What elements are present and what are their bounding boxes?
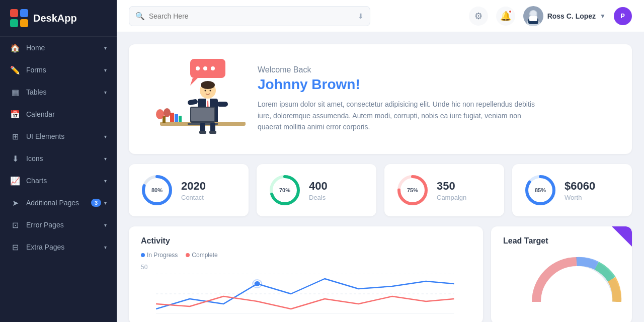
svg-rect-32 [199, 131, 206, 134]
nav-label: Error Pages [26, 221, 64, 229]
donut-worth: 85% [524, 174, 556, 206]
chevron-right-icon: ▾ [104, 245, 107, 250]
search-bar[interactable]: 🔍 ⬇ [129, 6, 370, 26]
lead-target-card: Lead Target [491, 226, 632, 322]
stat-value-campaign: 350 [437, 180, 466, 193]
header: 🔍 ⬇ ⚙ 🔔 [117, 0, 644, 32]
extra-pages-icon: ⊟ [10, 242, 20, 252]
stat-info-deals: 400 Deals [309, 180, 328, 201]
stat-card-deals: 70% 400 Deals [257, 164, 376, 216]
forms-icon: ✏️ [10, 65, 20, 75]
svg-rect-19 [217, 102, 228, 107]
sidebar-item-charts[interactable]: 📈 Charts ▾ [0, 170, 117, 192]
content-area: Welcome Back Johnny Brown! Lorem ipsum d… [117, 32, 644, 322]
nav-item-left: ⊞ UI Elements [10, 131, 64, 141]
sidebar-item-additional-pages[interactable]: ➤ Additional Pages 3 ▾ [0, 192, 117, 214]
stat-info-contact: 2020 Contact [181, 180, 206, 201]
error-pages-icon: ⊡ [10, 220, 20, 230]
donut-label-contact: 80% [151, 187, 163, 193]
svg-rect-18 [187, 99, 198, 105]
chart-legend: In ProgressComplete [141, 252, 471, 259]
sidebar: DeskApp 🏠 Home ▾ ✏️ Forms ▾ ▦ Tables ▾ [0, 0, 117, 322]
svg-rect-33 [209, 131, 216, 134]
svg-point-45 [255, 281, 260, 286]
nav-item-left: ✏️ Forms [10, 65, 46, 75]
notification-button[interactable]: 🔔 [496, 7, 515, 26]
stat-card-campaign: 75% 350 Campaign [384, 164, 504, 216]
sidebar-item-tables[interactable]: ▦ Tables ▾ [0, 81, 117, 103]
sidebar-item-ui-elements[interactable]: ⊞ UI Elements ▾ [0, 125, 117, 147]
pro-badge: P [614, 7, 632, 25]
svg-rect-24 [170, 113, 174, 122]
additional-pages-icon: ➤ [10, 198, 20, 208]
icons-icon: ⬇ [10, 153, 20, 164]
stat-label-deals: Deals [309, 194, 328, 201]
lead-gauge [526, 252, 597, 287]
nav-item-left: ➤ Additional Pages [10, 198, 79, 208]
chevron-down-icon: ▼ [600, 13, 606, 20]
nav-label: Forms [26, 66, 46, 74]
donut-contact: 80% [141, 174, 173, 206]
donut-label-deals: 70% [279, 187, 290, 193]
legend-item-in-progress: In Progress [141, 252, 178, 259]
sidebar-item-extra-pages[interactable]: ⊟ Extra Pages ▾ [0, 236, 117, 258]
welcome-description: Lorem ipsum dolor sit amet, consectetur … [258, 99, 539, 132]
user-info[interactable]: Ross C. Lopez ▼ [523, 6, 606, 26]
home-icon: 🏠 [10, 43, 20, 53]
ui-elements-icon: ⊞ [10, 131, 20, 141]
main-area: 🔍 ⬇ ⚙ 🔔 [117, 0, 644, 322]
stat-info-campaign: 350 Campaign [437, 180, 466, 201]
legend-label: Complete [192, 252, 217, 259]
stat-value-worth: $6060 [565, 180, 595, 193]
app-name: DeskApp [33, 13, 77, 24]
header-actions: ⚙ 🔔 Ross C. Lopez ▼ [469, 6, 632, 26]
lead-title: Lead Target [503, 236, 620, 246]
nav-item-left: ⬇ Icons [10, 153, 43, 164]
svg-point-8 [203, 66, 207, 70]
svg-point-29 [164, 108, 171, 117]
nav-label: Calendar [26, 110, 55, 118]
svg-point-9 [211, 66, 215, 70]
chevron-right-icon: ▾ [104, 134, 107, 139]
nav-item-left: 📈 Charts [10, 176, 47, 186]
chevron-right-icon: ▾ [104, 67, 107, 73]
chart-area: 50 [141, 264, 471, 314]
stat-value-deals: 400 [309, 180, 328, 193]
stat-label-contact: Contact [181, 194, 206, 201]
stat-label-campaign: Campaign [437, 194, 466, 201]
welcome-greeting: Welcome Back [258, 65, 539, 74]
stats-row: 80% 2020 Contact 70% 400 Deals 75% 350 [129, 164, 632, 216]
chevron-right-icon: ▾ [104, 178, 107, 184]
stat-info-worth: $6060 Worth [565, 180, 595, 201]
svg-point-13 [205, 90, 206, 92]
nav-item-left: 🏠 Home [10, 43, 45, 53]
sidebar-item-icons[interactable]: ⬇ Icons ▾ [0, 147, 117, 170]
nav-label: Tables [26, 88, 46, 96]
stat-value-contact: 2020 [181, 180, 206, 193]
stat-card-worth: 85% $6060 Worth [512, 164, 632, 216]
nav-label: Home [26, 44, 45, 52]
avatar [523, 6, 543, 26]
charts-icon: 📈 [10, 176, 20, 186]
download-icon: ⬇ [358, 12, 364, 20]
sidebar-item-error-pages[interactable]: ⊡ Error Pages ▾ [0, 214, 117, 236]
legend-dot [186, 253, 190, 257]
legend-dot [141, 253, 145, 257]
donut-deals: 70% [269, 174, 301, 206]
sidebar-item-home[interactable]: 🏠 Home ▾ [0, 37, 117, 59]
legend-item-complete: Complete [186, 252, 217, 259]
search-input[interactable] [149, 12, 354, 20]
welcome-card: Welcome Back Johnny Brown! Lorem ipsum d… [129, 44, 632, 154]
nav-item-left: ⊡ Error Pages [10, 220, 64, 230]
sidebar-item-forms[interactable]: ✏️ Forms ▾ [0, 59, 117, 81]
corner-accent [612, 226, 632, 247]
donut-label-campaign: 75% [407, 187, 418, 193]
welcome-name: Johnny Brown! [258, 76, 539, 93]
chevron-right-icon: ▾ [104, 45, 107, 51]
y-axis-label: 50 [141, 264, 147, 271]
sidebar-item-calendar[interactable]: 📅 Calendar [0, 103, 117, 125]
settings-button[interactable]: ⚙ [469, 7, 488, 26]
svg-marker-10 [190, 78, 198, 86]
welcome-text: Welcome Back Johnny Brown! Lorem ipsum d… [258, 65, 539, 132]
nav-label: UI Elements [26, 132, 64, 140]
